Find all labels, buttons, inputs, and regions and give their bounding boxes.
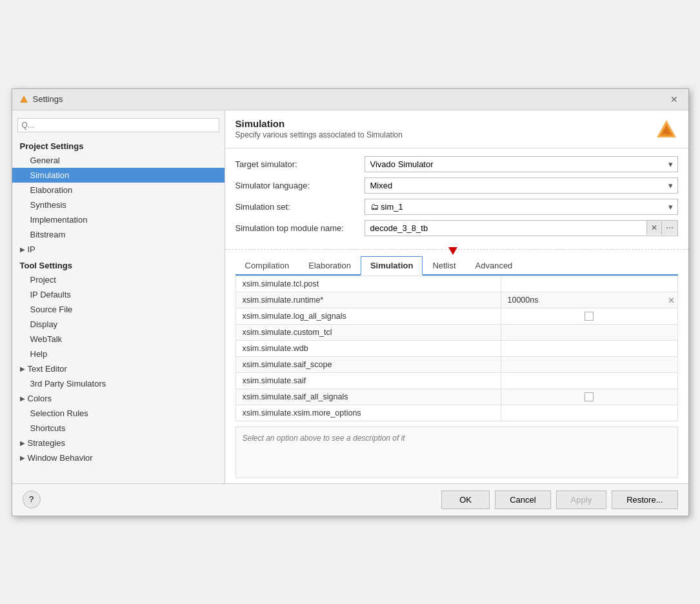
table-row: xsim.simulate.saif_scope	[235, 356, 677, 372]
sidebar-item-implementation[interactable]: Implementation	[12, 212, 225, 227]
top-module-control: ✕ ⋯	[365, 220, 678, 236]
target-simulator-row: Target simulator: Vivado Simulator	[235, 156, 678, 172]
target-simulator-select[interactable]: Vivado Simulator	[365, 156, 678, 172]
tab-simulation[interactable]: Simulation	[361, 256, 423, 276]
sidebar-item-shortcuts[interactable]: Shortcuts	[12, 421, 225, 436]
top-module-clear-btn[interactable]: ✕	[646, 221, 661, 235]
help-label: ?	[29, 494, 34, 504]
window-behavior-label: Window Behavior	[28, 453, 93, 463]
tab-compilation[interactable]: Compilation	[235, 256, 299, 276]
panel-subtitle: Specify various settings associated to S…	[235, 130, 655, 139]
sidebar-item-3rd-party[interactable]: 3rd Party Simulators	[12, 376, 225, 391]
sidebar-item-window-behavior[interactable]: ▶ Window Behavior	[12, 450, 225, 465]
tab-advanced[interactable]: Advanced	[466, 256, 523, 276]
restore-button[interactable]: Restore...	[612, 490, 677, 509]
top-module-browse-btn[interactable]: ⋯	[661, 221, 677, 235]
sidebar-item-display[interactable]: Display	[12, 317, 225, 332]
window-behavior-chevron-icon: ▶	[20, 454, 25, 461]
log-all-signals-checkbox[interactable]	[585, 312, 594, 321]
setting-value[interactable]	[501, 372, 677, 388]
setting-key: xsim.simulate.custom_tcl	[235, 324, 501, 340]
setting-value	[501, 388, 677, 405]
sidebar-item-strategies[interactable]: ▶ Strategies	[12, 436, 225, 450]
sidebar-item-general[interactable]: General	[12, 153, 225, 168]
setting-value[interactable]: 10000ns ✕	[501, 292, 677, 308]
target-simulator-label: Target simulator:	[235, 159, 365, 169]
sidebar-item-project[interactable]: Project	[12, 272, 225, 287]
setting-value[interactable]	[501, 405, 677, 421]
setting-value[interactable]	[501, 356, 677, 372]
table-container: xsim.simulate.tcl.post xsim.simulate.run…	[225, 276, 688, 421]
simulation-set-select-wrapper: 🗂 sim_1	[365, 199, 678, 215]
search-input[interactable]	[22, 121, 215, 130]
ip-label: IP	[28, 245, 35, 254]
sidebar-item-elaboration[interactable]: Elaboration	[12, 183, 225, 197]
help-button[interactable]: ?	[23, 490, 41, 508]
tab-elaboration[interactable]: Elaboration	[299, 256, 361, 276]
panel-title: Simulation	[235, 118, 655, 129]
saif-all-signals-checkbox[interactable]	[585, 392, 594, 401]
setting-value[interactable]	[501, 340, 677, 356]
sidebar-item-bitstream[interactable]: Bitstream	[12, 227, 225, 242]
setting-key: xsim.simulate.runtime*	[235, 292, 501, 308]
panel-header: Simulation Specify various settings asso…	[225, 110, 688, 148]
sidebar-item-synthesis[interactable]: Synthesis	[12, 197, 225, 212]
form-section: Target simulator: Vivado Simulator Simul…	[225, 148, 688, 250]
simulator-language-select-wrapper: Mixed	[365, 177, 678, 194]
table-row: xsim.simulate.xsim.more_options	[235, 405, 677, 421]
settings-dialog: Settings ✕ Project Settings General Simu…	[12, 88, 689, 516]
colors-label: Colors	[28, 394, 52, 403]
simulator-language-label: Simulator language:	[235, 181, 365, 190]
sidebar-item-colors[interactable]: ▶ Colors	[12, 391, 225, 406]
simulation-set-label: Simulation set:	[235, 202, 365, 212]
simulation-set-row: Simulation set: 🗂 sim_1	[235, 199, 678, 215]
sidebar-item-ip[interactable]: ▶ IP	[12, 242, 225, 257]
simulator-language-control: Mixed	[365, 177, 678, 194]
simulation-set-select[interactable]: 🗂 sim_1	[365, 199, 678, 215]
sidebar-item-selection-rules[interactable]: Selection Rules	[12, 406, 225, 421]
setting-key: xsim.simulate.tcl.post	[235, 276, 501, 292]
apply-button[interactable]: Apply	[556, 490, 607, 509]
cancel-button[interactable]: Cancel	[495, 490, 550, 509]
target-simulator-control: Vivado Simulator	[365, 156, 678, 172]
tabs-section: Compilation Elaboration Simulation Netli…	[225, 250, 688, 276]
sidebar-item-webtalk[interactable]: WebTalk	[12, 332, 225, 347]
dialog-body: Project Settings General Simulation Elab…	[12, 110, 688, 483]
setting-key: xsim.simulate.saif_scope	[235, 356, 501, 372]
sidebar-item-text-editor[interactable]: ▶ Text Editor	[12, 361, 225, 376]
table-row: xsim.simulate.saif_all_signals	[235, 388, 677, 405]
setting-value[interactable]	[501, 276, 677, 292]
simulator-language-select[interactable]: Mixed	[365, 177, 678, 194]
sidebar-item-simulation[interactable]: Simulation	[12, 168, 225, 183]
setting-key: xsim.simulate.saif	[235, 372, 501, 388]
tabs-bar: Compilation Elaboration Simulation Netli…	[235, 256, 678, 276]
sidebar-item-ip-defaults[interactable]: IP Defaults	[12, 287, 225, 302]
top-module-input-row: ✕ ⋯	[365, 220, 678, 236]
ok-button[interactable]: OK	[441, 490, 490, 509]
row-delete-icon[interactable]: ✕	[668, 295, 675, 305]
setting-value[interactable]	[501, 324, 677, 340]
svg-marker-1	[21, 97, 27, 102]
sidebar-item-help[interactable]: Help	[12, 347, 225, 361]
text-editor-chevron-icon: ▶	[20, 365, 25, 372]
description-area: Select an option above to see a descript…	[235, 427, 678, 478]
table-row: xsim.simulate.custom_tcl	[235, 324, 677, 340]
settings-table: xsim.simulate.tcl.post xsim.simulate.run…	[235, 276, 678, 421]
setting-value	[501, 308, 677, 324]
target-simulator-select-wrapper: Vivado Simulator	[365, 156, 678, 172]
setting-key: xsim.simulate.xsim.more_options	[235, 405, 501, 421]
dialog-title: Settings	[33, 94, 63, 104]
setting-key: xsim.simulate.saif_all_signals	[235, 388, 501, 405]
table-row: xsim.simulate.tcl.post	[235, 276, 677, 292]
sidebar: Project Settings General Simulation Elab…	[12, 110, 225, 483]
right-panel: Simulation Specify various settings asso…	[225, 110, 688, 483]
strategies-label: Strategies	[28, 438, 66, 448]
simulator-language-row: Simulator language: Mixed	[235, 177, 678, 194]
close-button[interactable]: ✕	[666, 93, 682, 106]
app-icon	[19, 94, 29, 105]
title-bar: Settings ✕	[12, 89, 688, 110]
tab-netlist[interactable]: Netlist	[423, 256, 465, 276]
table-row: xsim.simulate.log_all_signals	[235, 308, 677, 324]
top-module-input[interactable]	[365, 221, 646, 236]
sidebar-item-source-file[interactable]: Source File	[12, 302, 225, 317]
